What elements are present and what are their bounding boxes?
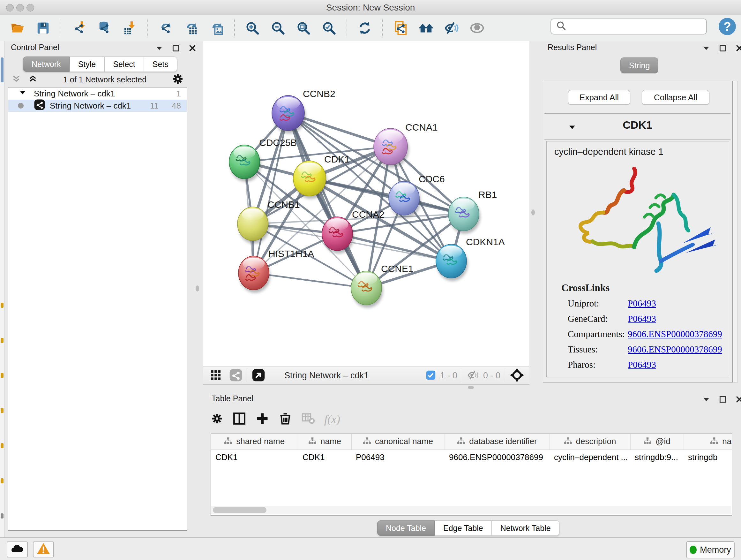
selected-node-edge-counts: 1 - 0: [440, 371, 457, 381]
tab-network[interactable]: Network: [23, 57, 70, 72]
table-panel-close-icon[interactable]: [735, 395, 741, 405]
column-header-canonical-name[interactable]: canonical name: [351, 434, 445, 450]
control-panel-float-icon[interactable]: [172, 44, 180, 54]
zoom-selected-button[interactable]: [320, 19, 338, 37]
network-share-icon[interactable]: [229, 368, 243, 383]
crosslink-link[interactable]: P06493: [628, 298, 656, 309]
expand-all-button[interactable]: Expand All: [568, 90, 630, 105]
navigator-crosshair-icon[interactable]: [510, 368, 524, 384]
gene-details: cyclin–dependent kinase 1 CrossLinks Uni…: [546, 141, 729, 377]
tab-edge-table[interactable]: Edge Table: [434, 520, 492, 536]
expand-all-icon[interactable]: [27, 73, 38, 85]
import-table-button[interactable]: [121, 19, 138, 37]
results-panel-float-icon[interactable]: [719, 44, 727, 54]
add-column-icon[interactable]: [255, 412, 269, 427]
svg-text:CCNE1: CCNE1: [381, 263, 414, 274]
show-all-disabled-button: [468, 19, 486, 37]
tab-select[interactable]: Select: [105, 57, 144, 72]
tree-expand-icon[interactable]: [18, 88, 27, 99]
control-panel-menu-icon[interactable]: [155, 44, 163, 54]
table-hscroll-thumb[interactable]: [213, 507, 266, 513]
table-cell[interactable]: stringdb:9...: [630, 450, 684, 465]
zoom-out-button[interactable]: [269, 19, 286, 37]
birdseye-view-icon[interactable]: [252, 368, 265, 383]
show-columns-icon[interactable]: [232, 412, 246, 427]
table-cell[interactable]: P06493: [351, 450, 445, 465]
column-header-description[interactable]: description: [549, 434, 630, 450]
share-document-button[interactable]: [392, 19, 409, 37]
collection-count: 1: [177, 89, 181, 99]
delete-column-icon[interactable]: [278, 412, 292, 427]
table-panel-float-icon[interactable]: [719, 395, 727, 405]
import-database-button[interactable]: [96, 19, 113, 37]
network-selection-summary: 1 of 1 Network selected: [38, 75, 172, 84]
results-panel-menu-icon[interactable]: [702, 44, 711, 54]
right-splitter-handle[interactable]: [531, 209, 535, 215]
save-session-button[interactable]: [35, 19, 52, 37]
column-header-name[interactable]: name: [298, 434, 351, 450]
table-cell[interactable]: CDK1: [211, 450, 298, 465]
svg-text:CDC6: CDC6: [419, 174, 445, 184]
network-node-CCNB2: [272, 96, 306, 133]
left-splitter-handle[interactable]: [196, 286, 199, 292]
refresh-view-button[interactable]: [356, 19, 374, 37]
status-bar: Memory: [0, 537, 741, 560]
crosslink-link[interactable]: P06493: [628, 360, 656, 370]
gene-name: CDK1: [544, 119, 731, 131]
crosslink-row: GeneCard: P06493: [568, 314, 729, 324]
crosslink-link[interactable]: 9606.ENSP00000378699: [628, 344, 722, 355]
search-input[interactable]: [567, 21, 702, 32]
column-header-shared-name[interactable]: shared name: [211, 434, 298, 450]
table-hscrollbar[interactable]: [211, 506, 731, 514]
selected-checkbox-icon[interactable]: [425, 370, 436, 382]
export-table-button[interactable]: [183, 19, 200, 37]
gene-section-header[interactable]: CDK1: [544, 114, 731, 139]
open-session-button[interactable]: [9, 19, 26, 37]
export-network-button[interactable]: [157, 19, 174, 37]
network-canvas[interactable]: CCNB2CCNA1CDC25BCDK1CDC6RB1CCNB1CCNA2CDK…: [203, 41, 529, 367]
tab-node-table[interactable]: Node Table: [377, 520, 434, 536]
tab-network-table[interactable]: Network Table: [492, 520, 559, 536]
warnings-button[interactable]: [33, 542, 54, 557]
search-box[interactable]: [550, 18, 707, 35]
table-cell[interactable]: cyclin–dependent ...: [549, 450, 630, 465]
network-collection-row[interactable]: String Network – cdk1 1: [8, 87, 187, 100]
table-settings-gear-icon[interactable]: [211, 412, 223, 426]
title-bar: Session: New Session: [0, 0, 741, 15]
hide-selected-button[interactable]: [443, 19, 460, 37]
cloud-button[interactable]: [7, 542, 28, 557]
network-row-selected[interactable]: String Network – cdk1 11 48: [8, 100, 187, 112]
tab-sets[interactable]: Sets: [144, 57, 177, 72]
horizontal-splitter-handle[interactable]: [468, 386, 474, 389]
svg-text:CDC25B: CDC25B: [259, 137, 297, 148]
import-network-button[interactable]: [70, 19, 87, 37]
network-node-CDC25B: [229, 145, 261, 182]
results-tab-string[interactable]: String: [620, 57, 658, 73]
tab-style[interactable]: Style: [70, 57, 105, 72]
zoom-in-button[interactable]: [244, 19, 261, 37]
crosslink-link[interactable]: 9606.ENSP00000378699: [628, 329, 722, 339]
results-scrollbar[interactable]: [733, 81, 738, 382]
column-header--id[interactable]: @id: [630, 434, 684, 450]
string-home-button[interactable]: [417, 19, 434, 37]
control-panel-close-icon[interactable]: [188, 44, 197, 54]
table-row[interactable]: CDK1CDK1P064939606.ENSP00000378699cyclin…: [211, 450, 732, 465]
export-image-button[interactable]: [208, 19, 225, 37]
memory-button[interactable]: Memory: [686, 541, 735, 558]
column-header-namespace[interactable]: namespace: [684, 434, 732, 450]
table-cell[interactable]: 9606.ENSP00000378699: [445, 450, 549, 465]
crosslink-link[interactable]: P06493: [628, 314, 656, 324]
help-button[interactable]: ?: [719, 18, 736, 35]
hidden-eye-icon[interactable]: [467, 369, 479, 383]
grid-view-icon[interactable]: [209, 369, 222, 383]
collapse-all-icon[interactable]: [11, 73, 22, 85]
table-cell[interactable]: CDK1: [298, 450, 351, 465]
results-panel-close-icon[interactable]: [735, 44, 741, 54]
table-panel-menu-icon[interactable]: [702, 395, 711, 405]
zoom-fit-button[interactable]: [295, 19, 312, 37]
column-header-database-identifier[interactable]: database identifier: [445, 434, 549, 450]
node-table[interactable]: shared name name canonical name database…: [211, 434, 732, 516]
network-options-gear-icon[interactable]: [172, 72, 184, 86]
table-cell[interactable]: stringdb: [684, 450, 732, 465]
collapse-all-button[interactable]: Collapse All: [642, 90, 710, 105]
